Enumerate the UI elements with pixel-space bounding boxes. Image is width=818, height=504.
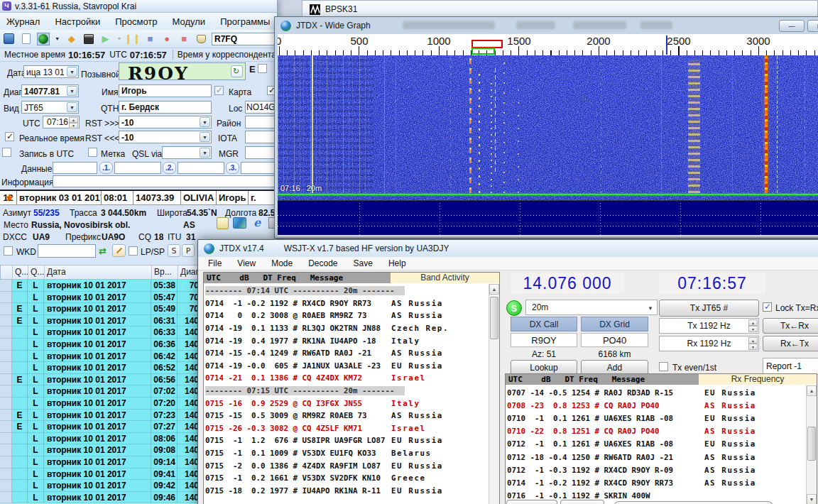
logger-menu-item[interactable]: Программы: [220, 16, 270, 27]
jtdx-menu-item[interactable]: Save: [354, 258, 373, 268]
minimize-button[interactable]: —: [779, 20, 805, 32]
decode-line[interactable]: 0715 -16 0.9 2529 @ CQ I3FGX JN55Italy: [205, 397, 488, 410]
scrollbar-up-arrow[interactable]: ▲: [489, 284, 499, 295]
log-table-row[interactable]: L вторник 10 01 2017 06:33 140: [0, 327, 200, 339]
qth-field[interactable]: г. Бердск: [119, 101, 212, 114]
decode-line[interactable]: 0715 -1 0.1 1009 # V53DX EU1FQ KO33Belar…: [205, 447, 488, 460]
realtime-checkbox[interactable]: [5, 132, 14, 141]
play-dropdown-icon[interactable]: ▼: [116, 33, 122, 45]
log-table-row[interactable]: E L вторник 10 01 2017 07:23 140: [0, 410, 200, 422]
data-field-2[interactable]: [114, 162, 161, 174]
wkd-field[interactable]: [38, 244, 96, 258]
new-document-icon[interactable]: [20, 33, 33, 45]
log-table-row[interactable]: L вторник 10 01 2017 06:52 140: [0, 362, 200, 374]
log-table-row[interactable]: L вторник 10 01 2017 09:14 140: [0, 456, 200, 469]
rx-frequency-spinner[interactable]: Rx 1192 Hz ▲▼: [659, 336, 759, 351]
log-table-row[interactable]: L вторник 10 01 2017 09:42 140: [0, 480, 200, 492]
decode-line[interactable]: 0715 -1 0.2 1661 # V53DX SV2DFK KN10Gree…: [205, 472, 488, 485]
log-table-row[interactable]: L вторник 10 01 2017 09:08 140: [0, 444, 200, 456]
rx-frequency-tab[interactable]: Rx Frequency: [699, 374, 817, 385]
disk-icon[interactable]: [82, 33, 95, 45]
widegraph-titlebar[interactable]: JTDX - Wide Graph — ▢: [275, 17, 818, 34]
info-field[interactable]: [53, 175, 277, 187]
decode-line[interactable]: 0710 -1 0.1 1261 # UA6XES R1AB -08EU Rus…: [507, 412, 805, 424]
log-table-row[interactable]: L вторник 10 01 2017 07:02 140: [0, 385, 200, 398]
decode-line[interactable]: 0714 -19 0.4 1977 # RK1NA IU4APO -18Ital…: [205, 334, 488, 347]
play-icon[interactable]: ▶: [99, 33, 112, 45]
clear-brush-button[interactable]: [112, 244, 126, 257]
log-table-row[interactable]: L вторник 10 01 2017 06:42 140: [0, 351, 200, 363]
log-column-header[interactable]: Вр...: [152, 265, 178, 279]
bottom-button[interactable]: [506, 500, 557, 504]
stop-icon[interactable]: ■: [143, 33, 156, 45]
status-s-button[interactable]: S: [506, 300, 522, 316]
save-icon[interactable]: [3, 33, 16, 45]
s-button[interactable]: S: [168, 244, 180, 257]
mark-checkbox[interactable]: [88, 148, 97, 157]
p-button[interactable]: P: [182, 244, 195, 257]
scrollbar-thumb[interactable]: [490, 297, 498, 339]
utc-spinner[interactable]: 07:16 ▲▼: [43, 116, 80, 128]
log-table-row[interactable]: E L вторник 10 01 2017 05:49 70: [0, 303, 200, 315]
decode-line[interactable]: 0707 -14 -0.5 1254 # RA0J RD3AD R-15EU R…: [507, 386, 805, 399]
decode-line[interactable]: 0714 -1 -0.2 1192 # RX4CD R9OY RR73AS Ru…: [205, 297, 488, 310]
previous-qso-banner[interactable]: 12вторник 03 01 201708:0114073.39OLIVIAИ…: [0, 190, 277, 205]
wkd-checkbox[interactable]: [4, 246, 13, 256]
waterfall[interactable]: 07:16 20m: [278, 55, 818, 200]
tx-marker-box[interactable]: [471, 48, 495, 55]
band-select[interactable]: 20m ▼: [525, 300, 658, 315]
decode-line[interactable]: 0714 -19 0.1 1133 # RL3QJ OK2TRN JN88Cze…: [205, 322, 488, 335]
decode-line[interactable]: 0712 -18 -0.4 1250 # RW6ATD RA0J -21AS R…: [507, 451, 805, 464]
log-table-row[interactable]: E L вторник 10 01 2017 05:38 70: [0, 280, 200, 292]
mgr-field[interactable]: [245, 146, 277, 159]
globe-dropdown-icon[interactable]: ▼: [54, 33, 61, 45]
logger-menu-item[interactable]: Журнал: [6, 16, 40, 27]
log-column-header[interactable]: Диап: [178, 265, 199, 279]
logger-menu-item[interactable]: Настройки: [55, 16, 100, 27]
pause-icon[interactable]: ❙❙: [126, 33, 139, 45]
tx-frequency-spinner[interactable]: Tx 1192 Hz ▲▼: [659, 318, 759, 334]
decode-line[interactable]: -------- 07:14 UTC ---------- 20m ------…: [205, 285, 488, 297]
tx-even-checkbox[interactable]: [659, 362, 668, 371]
log-table-row[interactable]: E L вторник 10 01 2017 06:56 140: [0, 374, 200, 386]
logger-menu-item[interactable]: Просмотр: [115, 16, 157, 27]
jtdx-menu-item[interactable]: Mode: [271, 258, 293, 268]
data-button-2[interactable]: .2.: [163, 162, 176, 174]
map-image-icon[interactable]: [233, 217, 246, 229]
date-combobox[interactable]: ица 13 01 2▼: [23, 65, 79, 78]
decode-line[interactable]: -------- 07:15 UTC ---------- 20m ------…: [205, 385, 488, 398]
decode-line[interactable]: 0714 -1 -0.2 1192 # RX4CD R9OY RR73AS Ru…: [507, 476, 805, 489]
frequency-scale[interactable]: 0 50010001500200025003000: [278, 34, 818, 55]
rayon-field[interactable]: [245, 116, 277, 128]
browser-icon[interactable]: e: [251, 217, 263, 229]
scrollbar-thumb[interactable]: [807, 427, 816, 461]
bottom-button[interactable]: [560, 500, 604, 504]
log-column-header[interactable]: Q...: [28, 265, 45, 279]
decode-line[interactable]: 0710 -22 0.8 1251 # CQ RA0J PO40AS Russi…: [507, 425, 805, 438]
call-search-input[interactable]: [212, 33, 277, 45]
data-field-3[interactable]: [178, 162, 224, 174]
log-table-row[interactable]: L вторник 10 01 2017 09:41 140: [0, 469, 200, 481]
decode-line[interactable]: 0714 -21 0.1 1386 # CQ 4Z4DX KM72Israel: [205, 372, 488, 385]
lpsp-checkbox[interactable]: [129, 246, 138, 256]
stop-record-icon[interactable]: ■: [178, 33, 190, 45]
jtdx-titlebar[interactable]: JTDX v17.4 WSJT-X v1.7 based HF version …: [198, 240, 818, 257]
band-activity-tab[interactable]: Band Activity: [391, 273, 499, 283]
record-icon[interactable]: ●: [160, 33, 173, 45]
scrollbar-down-arrow[interactable]: ▼: [807, 494, 817, 504]
decode-line[interactable]: 0715 -2 0.0 1386 # 4Z4DX RA9FIM LO87EU R…: [205, 459, 488, 472]
tx-mode-button[interactable]: Tx JT65 #: [659, 300, 759, 317]
log-table-row[interactable]: L вторник 10 01 2017 06:36 140: [0, 339, 200, 351]
data-button-1[interactable]: .1.: [99, 162, 113, 174]
decode-line[interactable]: 0715 -15 0.5 3009 @ RM9RZ R0AEB 73AS Rus…: [205, 410, 488, 422]
decode-line[interactable]: 0714 -19 -0.0 605 # JA1NUX UA3ALE -23EU …: [205, 360, 488, 373]
rst-rcvd-combobox[interactable]: -10▼: [119, 131, 212, 143]
report-field[interactable]: Report -1: [763, 358, 818, 375]
decode-line[interactable]: 0714 0 0.2 3008 @ R0AEB RM9RZ 73AS Russi…: [205, 309, 488, 322]
decode-line[interactable]: 0712 -1 0.1 1261 # UA6XES R1AB -08EU Rus…: [507, 438, 805, 451]
log-column-header[interactable]: [1, 265, 13, 279]
rx-from-tx-button[interactable]: Rx←Tx: [763, 336, 818, 351]
rx-frequency-scrollbar[interactable]: ▲ ▼: [806, 385, 817, 504]
band-activity-scrollbar[interactable]: ▲: [489, 284, 499, 504]
bottom-tab[interactable]: [614, 501, 773, 504]
